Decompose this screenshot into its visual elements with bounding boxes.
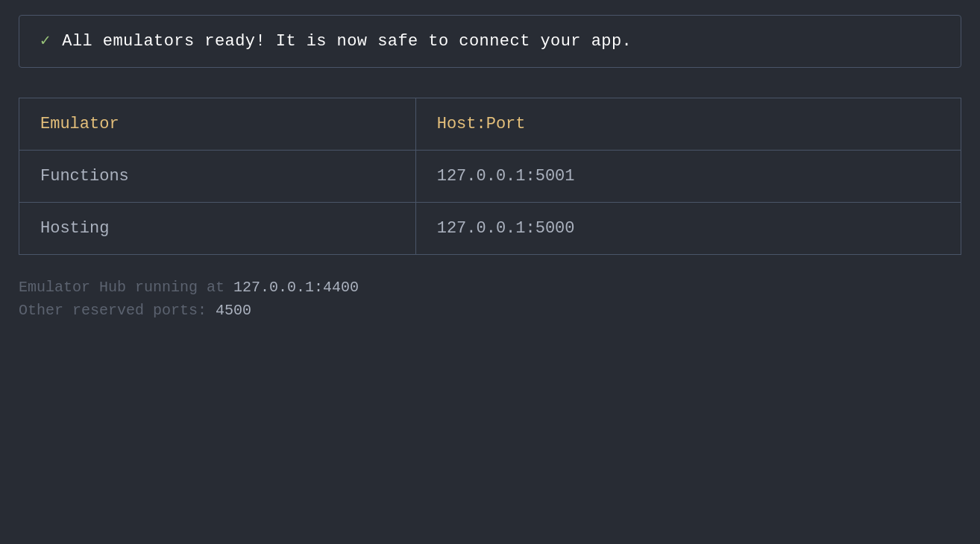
cell-emulator-0: Functions bbox=[19, 151, 416, 203]
cell-emulator-1: Hosting bbox=[19, 203, 416, 255]
table-row: Functions127.0.0.1:5001 bbox=[19, 151, 961, 203]
cell-hostport-0: 127.0.0.1:5001 bbox=[415, 151, 961, 203]
table-header-row: Emulator Host:Port bbox=[19, 98, 961, 151]
status-banner: ✓ All emulators ready! It is now safe to… bbox=[19, 15, 961, 68]
cell-hostport-1: 127.0.0.1:5000 bbox=[415, 203, 961, 255]
col-header-emulator: Emulator bbox=[19, 98, 416, 151]
checkmark-icon: ✓ bbox=[40, 34, 50, 50]
col-header-hostport: Host:Port bbox=[415, 98, 961, 151]
status-message: All emulators ready! It is now safe to c… bbox=[62, 32, 632, 51]
footer-info: Emulator Hub running at 127.0.0.1:4400 O… bbox=[19, 279, 961, 319]
hub-address-line: Emulator Hub running at 127.0.0.1:4400 bbox=[19, 279, 961, 296]
reserved-ports-line: Other reserved ports: 4500 bbox=[19, 302, 961, 319]
hub-label: Emulator Hub running at bbox=[19, 279, 233, 296]
hub-address: 127.0.0.1:4400 bbox=[233, 279, 359, 296]
emulator-table: Emulator Host:Port Functions127.0.0.1:50… bbox=[19, 98, 961, 255]
ports-value: 4500 bbox=[216, 302, 251, 319]
main-content: ✓ All emulators ready! It is now safe to… bbox=[19, 15, 961, 319]
table-row: Hosting127.0.0.1:5000 bbox=[19, 203, 961, 255]
ports-label: Other reserved ports: bbox=[19, 302, 216, 319]
